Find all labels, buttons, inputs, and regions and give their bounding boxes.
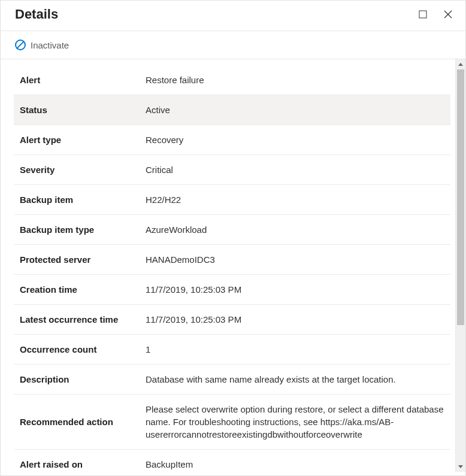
close-icon (444, 10, 452, 19)
window-title: Details (15, 7, 58, 22)
scroll-up-arrow[interactable] (456, 59, 465, 69)
row-value: AzureWorkload (140, 215, 450, 245)
row-label: Severity (14, 155, 140, 185)
ban-icon (15, 40, 26, 50)
row-value: 11/7/2019, 10:25:03 PM (140, 305, 450, 335)
maximize-icon (419, 10, 427, 19)
row-value: Critical (140, 155, 450, 185)
table-row: Occurrence count1 (14, 335, 450, 365)
table-row: Creation time11/7/2019, 10:25:03 PM (14, 275, 450, 305)
vertical-scrollbar[interactable] (455, 59, 465, 472)
table-row: DescriptionDatabase with same name alrea… (14, 365, 450, 395)
inactivate-button[interactable]: Inactivate (15, 38, 69, 51)
row-label: Alert type (14, 125, 140, 155)
table-row: Backup itemH22/H22 (14, 185, 450, 215)
row-label: Alert raised on (14, 450, 140, 472)
row-value: BackupItem (140, 450, 450, 472)
row-label: Protected server (14, 245, 140, 275)
row-value: Recovery (140, 125, 450, 155)
row-value: Please select overwrite option during re… (140, 395, 450, 450)
row-value: H22/H22 (140, 185, 450, 215)
table-row: Recommended actionPlease select overwrit… (14, 395, 450, 450)
details-table: AlertRestore failureStatusActiveAlert ty… (14, 65, 450, 472)
row-label: Occurrence count (14, 335, 140, 365)
row-label: Status (14, 95, 140, 125)
table-row: Protected serverHANADemoIDC3 (14, 245, 450, 275)
row-label: Backup item type (14, 215, 140, 245)
row-label: Recommended action (14, 395, 140, 450)
inactivate-label: Inactivate (31, 40, 69, 50)
close-button[interactable] (443, 9, 453, 20)
row-label: Latest occurrence time (14, 305, 140, 335)
maximize-button[interactable] (417, 9, 428, 20)
table-row: Backup item typeAzureWorkload (14, 215, 450, 245)
row-value: 1 (140, 335, 450, 365)
row-label: Description (14, 365, 140, 395)
row-value: 11/7/2019, 10:25:03 PM (140, 275, 450, 305)
row-value: HANADemoIDC3 (140, 245, 450, 275)
row-label: Backup item (14, 185, 140, 215)
window-controls (417, 9, 453, 20)
toolbar: Inactivate (1, 31, 465, 59)
table-row: SeverityCritical (14, 155, 450, 185)
row-value: Active (140, 95, 450, 125)
row-label: Alert (14, 65, 140, 95)
title-bar: Details (1, 1, 465, 31)
table-row: Alert raised onBackupItem (14, 450, 450, 472)
table-row: AlertRestore failure (14, 65, 450, 95)
row-label: Creation time (14, 275, 140, 305)
row-value: Database with same name already exists a… (140, 365, 450, 395)
svg-rect-0 (419, 11, 426, 18)
scroll-down-arrow[interactable] (456, 462, 465, 472)
row-value: Restore failure (140, 65, 450, 95)
scrollbar-thumb[interactable] (457, 69, 464, 325)
table-row: Latest occurrence time11/7/2019, 10:25:0… (14, 305, 450, 335)
table-row: StatusActive (14, 95, 450, 125)
details-content: AlertRestore failureStatusActiveAlert ty… (1, 59, 455, 472)
table-row: Alert typeRecovery (14, 125, 450, 155)
